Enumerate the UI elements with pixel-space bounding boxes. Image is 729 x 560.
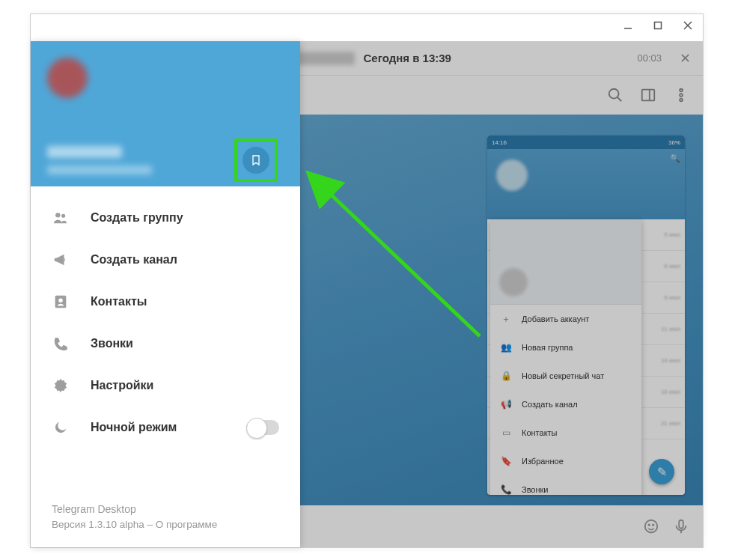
phone-menu-item: 🔒Новый секретный чат — [490, 362, 641, 390]
phone-drawer-header: 🔍 — [487, 149, 685, 219]
app-name-label: Telegram Desktop — [52, 502, 217, 517]
svg-point-9 — [609, 89, 619, 99]
contact-icon — [52, 293, 70, 310]
svg-point-15 — [680, 99, 683, 102]
menu-label: Звонки — [91, 337, 133, 350]
emoji-icon[interactable] — [643, 518, 659, 535]
group-icon — [52, 210, 70, 226]
svg-point-13 — [680, 89, 683, 92]
night-mode-toggle[interactable] — [246, 420, 279, 435]
phone-fab-icon: ✎ — [649, 459, 674, 484]
menu-label: Настройки — [91, 379, 153, 392]
audio-close-icon[interactable]: ✕ — [680, 50, 691, 67]
titlebar — [31, 14, 703, 41]
more-icon[interactable] — [673, 87, 689, 103]
drawer-header — [31, 41, 300, 186]
version-label[interactable]: Версия 1.3.10 alpha – О программе — [52, 517, 217, 532]
svg-point-21 — [55, 213, 60, 217]
close-button[interactable] — [673, 14, 703, 37]
menu-new-channel[interactable]: Создать канал — [31, 239, 300, 281]
hamburger-drawer: Создать группу Создать канал Контакты Зв… — [31, 41, 300, 547]
phone-menu-item: ＋Добавить аккаунт — [490, 305, 641, 333]
audio-elapsed-time: 00:03 — [637, 52, 662, 64]
svg-point-17 — [649, 524, 650, 525]
menu-calls[interactable]: Звонки — [31, 323, 300, 365]
menu-label: Ночной режим — [91, 421, 177, 434]
svg-point-16 — [645, 520, 658, 533]
phone-menu-item: ▭Контакты — [490, 419, 641, 447]
drawer-menu: Создать группу Создать канал Контакты Зв… — [31, 186, 300, 448]
svg-line-10 — [617, 97, 622, 102]
avatar — [47, 58, 88, 98]
maximize-button[interactable] — [643, 14, 673, 37]
sidebar-toggle-icon[interactable] — [640, 87, 656, 103]
menu-label: Создать группу — [91, 211, 183, 225]
audio-timestamp-label: Сегодня в 13:39 — [364, 52, 451, 64]
svg-rect-11 — [642, 90, 655, 101]
svg-point-14 — [680, 94, 683, 97]
phone-menu-item: 📞Звонки — [490, 475, 641, 495]
search-icon[interactable] — [607, 87, 623, 103]
gear-icon — [52, 377, 70, 394]
phone-status-bar: 14:16 36% — [487, 136, 685, 149]
menu-night-mode[interactable]: Ночной режим — [31, 407, 300, 448]
svg-rect-1 — [655, 22, 662, 29]
menu-label: Создать канал — [91, 253, 177, 267]
svg-point-22 — [61, 214, 65, 218]
megaphone-icon — [52, 252, 70, 268]
annotation-highlight — [234, 139, 278, 182]
phone-menu-item: 👥Новая группа — [490, 333, 641, 362]
phone-search-icon: 🔍 — [670, 153, 680, 163]
moon-icon — [52, 419, 70, 436]
saved-messages-button[interactable] — [243, 147, 269, 174]
app-window: Сегодня в 13:39 00:03 ✕ Избранное 14:16 … — [30, 13, 704, 548]
phone-screenshot-message: 14:16 36% 🔍 5 июл 8 июл 9 июл 11 июл 14 … — [487, 136, 685, 495]
menu-label: Контакты — [91, 295, 147, 308]
phone-menu-item: 🔖Избранное — [490, 447, 641, 475]
menu-new-group[interactable]: Создать группу — [31, 197, 300, 239]
blurred-username — [47, 146, 122, 158]
phone-menu-item: 📢Создать канал — [490, 390, 641, 419]
phone-icon — [52, 335, 70, 352]
blurred-phone — [47, 165, 152, 174]
minimize-button[interactable] — [613, 14, 643, 37]
phone-drawer-menu: ＋Добавить аккаунт 👥Новая группа 🔒Новый с… — [490, 219, 641, 495]
menu-contacts[interactable]: Контакты — [31, 281, 300, 323]
bookmark-icon — [250, 154, 262, 166]
svg-point-24 — [58, 298, 63, 302]
svg-rect-19 — [679, 520, 683, 529]
drawer-footer: Telegram Desktop Версия 1.3.10 alpha – О… — [52, 502, 217, 532]
menu-settings[interactable]: Настройки — [31, 365, 300, 407]
svg-point-18 — [653, 524, 653, 525]
mic-icon[interactable] — [673, 518, 689, 535]
